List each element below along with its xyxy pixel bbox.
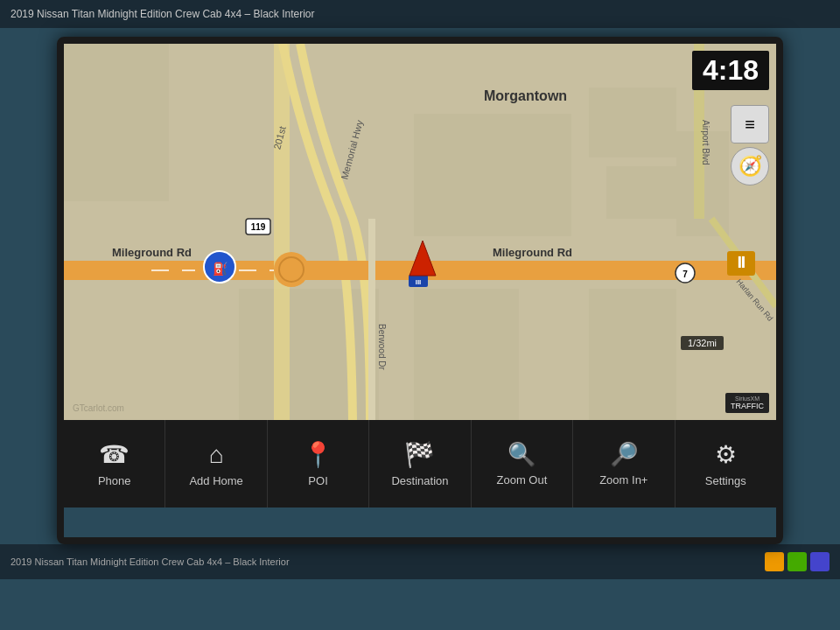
nav-item-zoom-out[interactable]: 🔍 Zoom Out [472,420,573,508]
svg-text:Mileground Rd: Mileground Rd [493,246,572,259]
map-area: 201st Memorial Hwy Morgantown Mileground… [64,44,776,420]
nav-item-poi[interactable]: 📍 POI [268,420,369,508]
svg-text:GTcarlot.com: GTcarlot.com [73,403,124,413]
logo-box-green [788,552,807,571]
map-controls: ≡ 🧭 [731,105,769,186]
time-display: 4:18 [692,51,769,90]
zoom-out-label: Zoom Out [497,473,548,486]
add-home-label: Add Home [189,474,242,487]
nav-item-zoom-in[interactable]: 🔎 Zoom In+ [573,420,675,508]
svg-rect-8 [589,289,676,420]
bottom-bar: 2019 Nissan Titan Midnight Edition Crew … [0,544,840,579]
svg-text:⏸: ⏸ [733,254,749,271]
nav-item-destination[interactable]: 🏁 Destination [369,420,471,508]
zoom-out-icon: 🔍 [508,441,536,468]
svg-text:⛽: ⛽ [213,262,228,276]
svg-rect-4 [606,166,676,219]
svg-rect-6 [239,289,379,420]
settings-icon: ⚙ [715,440,737,469]
settings-label: Settings [705,474,746,487]
svg-text:Morgantown: Morgantown [484,88,567,103]
bottom-title: 2019 Nissan Titan Midnight Edition Crew … [10,556,290,567]
traffic-indicator: SiriusXM TRAFFIC [725,393,769,413]
screen-container: 201st Memorial Hwy Morgantown Mileground… [57,37,783,544]
compass-icon: 🧭 [738,155,762,178]
svg-rect-15 [368,219,375,420]
distance-indicator: 1/32mi [681,336,724,350]
svg-point-17 [279,257,304,282]
nav-item-phone[interactable]: ☎ Phone [64,420,165,508]
zoom-in-label: Zoom In+ [599,473,648,486]
logo-box-orange [765,552,784,571]
svg-text:Airport Blvd: Airport Blvd [701,120,710,165]
svg-text:III: III [416,278,422,286]
list-button[interactable]: ≡ [731,105,769,144]
phone-icon: ☎ [99,440,130,469]
svg-text:Berwood Dr: Berwood Dr [377,324,387,370]
svg-text:Mileground Rd: Mileground Rd [112,246,192,259]
poi-icon: 📍 [303,440,333,469]
logo-box-blue [810,552,830,571]
svg-rect-2 [414,114,571,236]
svg-rect-1 [64,44,169,201]
list-icon: ≡ [745,115,755,135]
nav-item-settings[interactable]: ⚙ Settings [676,420,776,508]
phone-label: Phone [98,474,131,487]
svg-rect-7 [414,289,519,420]
svg-text:7: 7 [682,270,688,279]
top-title: 2019 Nissan Titan Midnight Edition Crew … [10,8,315,20]
compass-button[interactable]: 🧭 [731,147,769,186]
destination-label: Destination [391,474,448,487]
nav-item-add-home[interactable]: ⌂ Add Home [165,420,267,508]
svg-rect-3 [589,88,676,158]
poi-label: POI [308,474,327,487]
svg-rect-12 [274,44,290,420]
sirius-label: SiriusXM [731,396,764,402]
nav-bar: ☎ Phone ⌂ Add Home 📍 POI 🏁 Destination 🔍… [64,420,776,508]
destination-icon: 🏁 [404,440,435,469]
logo-boxes [765,552,830,571]
top-bar: 2019 Nissan Titan Midnight Edition Crew … [0,0,840,28]
traffic-label: TRAFFIC [731,402,764,410]
home-icon: ⌂ [209,441,224,469]
zoom-in-icon: 🔎 [610,441,638,468]
svg-text:119: 119 [251,222,266,232]
